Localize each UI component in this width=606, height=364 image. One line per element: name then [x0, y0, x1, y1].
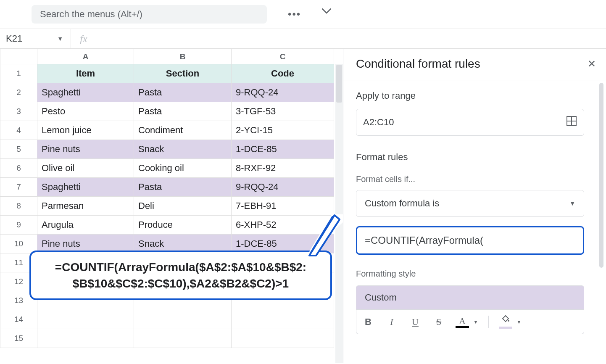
header-cell-item[interactable]: Item	[37, 64, 134, 83]
formula-value: =COUNTIF(ArrayFormula(	[365, 235, 483, 246]
cell[interactable]: Arugula	[37, 216, 134, 235]
cell[interactable]: 9-RQQ-24	[232, 178, 334, 197]
style-toolbar: B I U S A ▼ ▼	[356, 310, 584, 334]
style-preview[interactable]: Custom	[356, 285, 584, 310]
name-box[interactable]: K21 ▼	[0, 33, 71, 44]
column-header-C[interactable]: C	[232, 49, 334, 64]
cell[interactable]: Deli	[134, 197, 232, 216]
row-header[interactable]: 2	[0, 83, 37, 102]
cell[interactable]: Produce	[134, 216, 232, 235]
bold-button[interactable]: B	[361, 317, 375, 327]
cell[interactable]: Pasta	[134, 102, 232, 121]
cell[interactable]	[134, 329, 232, 348]
row-header[interactable]: 9	[0, 216, 37, 235]
sidebar-scrollbar[interactable]	[597, 81, 606, 363]
row-header[interactable]: 4	[0, 121, 37, 140]
name-box-value: K21	[6, 33, 22, 44]
cell[interactable]: 1-DCE-85	[232, 140, 334, 159]
row-header[interactable]: 8	[0, 197, 37, 216]
header-cell-code[interactable]: Code	[232, 64, 334, 83]
menu-search[interactable]: Search the menus (Alt+/)	[32, 5, 267, 24]
format-cells-if-label: Format cells if...	[356, 174, 584, 184]
close-icon[interactable]: ✕	[588, 58, 596, 70]
cell[interactable]: 7-EBH-91	[232, 197, 334, 216]
svg-marker-1	[309, 215, 340, 256]
fx-icon: fx	[71, 33, 96, 45]
select-all-cell[interactable]	[0, 49, 37, 64]
text-color-button[interactable]: A	[456, 316, 469, 328]
cell[interactable]: 9-RQQ-24	[232, 83, 334, 102]
cell[interactable]: Condiment	[134, 121, 232, 140]
scrollbar-thumb[interactable]	[599, 83, 603, 268]
column-header-B[interactable]: B	[134, 49, 232, 64]
scrollbar-thumb[interactable]	[336, 65, 342, 103]
row-header[interactable]: 6	[0, 159, 37, 178]
cell[interactable]: Spaghetti	[37, 83, 134, 102]
more-icon[interactable]: •••	[288, 8, 301, 20]
row-header[interactable]: 5	[0, 140, 37, 159]
callout-line2: $B$10&$C$2:$C$10),$A2&$B2&$C2)>1	[39, 275, 323, 292]
cell[interactable]: 3-TGF-53	[232, 102, 334, 121]
toolbar: Search the menus (Alt+/) •••	[0, 0, 606, 29]
formula-bar-row: K21 ▼ fx	[0, 29, 606, 49]
cell[interactable]: 2-YCI-15	[232, 121, 334, 140]
callout-line1: =COUNTIF(ArrayFormula($A$2:$A$10&$B$2:	[39, 259, 323, 275]
column-header-A[interactable]: A	[37, 49, 134, 64]
conditional-format-sidebar: Conditional format rules ✕ Apply to rang…	[343, 49, 606, 363]
callout-pointer	[308, 214, 343, 260]
chevron-down-icon[interactable]: ▼	[473, 319, 478, 325]
formula-callout: =COUNTIF(ArrayFormula($A$2:$A$10&$B$2: $…	[29, 251, 332, 300]
custom-formula-input[interactable]: =COUNTIF(ArrayFormula(	[356, 226, 584, 255]
cell[interactable]: Spaghetti	[37, 178, 134, 197]
cell[interactable]: Pesto	[37, 102, 134, 121]
cell[interactable]	[37, 310, 134, 329]
row-header[interactable]: 7	[0, 178, 37, 197]
separator	[488, 316, 489, 328]
cell[interactable]: Snack	[134, 140, 232, 159]
cell[interactable]: Pine nuts	[37, 140, 134, 159]
cell[interactable]: Parmesan	[37, 197, 134, 216]
cell[interactable]	[37, 329, 134, 348]
apply-to-range-label: Apply to range	[356, 90, 584, 101]
cell[interactable]: Lemon juice	[37, 121, 134, 140]
formula-bar-input[interactable]	[96, 29, 606, 48]
sidebar-title: Conditional format rules	[356, 57, 480, 71]
search-placeholder: Search the menus (Alt+/)	[40, 9, 142, 20]
chevron-down-icon[interactable]: ▼	[516, 319, 522, 325]
row-header[interactable]: 3	[0, 102, 37, 121]
cell[interactable]: Cooking oil	[134, 159, 232, 178]
cell[interactable]: Olive oil	[37, 159, 134, 178]
row-header[interactable]: 14	[0, 310, 37, 329]
cell[interactable]	[134, 310, 232, 329]
strikethrough-button[interactable]: S	[432, 317, 445, 327]
chevron-down-icon: ▼	[569, 200, 575, 207]
condition-select[interactable]: Custom formula is ▼	[356, 190, 584, 217]
italic-button[interactable]: I	[385, 317, 398, 327]
cell[interactable]	[232, 329, 334, 348]
chevron-down-icon[interactable]	[322, 8, 331, 20]
row-header[interactable]: 15	[0, 329, 37, 348]
chevron-down-icon[interactable]: ▼	[57, 35, 63, 42]
spreadsheet-grid[interactable]: ABC1ItemSectionCode2SpaghettiPasta9-RQQ-…	[0, 49, 343, 363]
cell[interactable]: Pasta	[134, 178, 232, 197]
condition-value: Custom formula is	[365, 198, 439, 209]
style-name: Custom	[365, 292, 397, 303]
select-range-icon[interactable]	[566, 116, 577, 129]
svg-point-5	[508, 320, 509, 322]
fill-color-button[interactable]	[499, 315, 512, 329]
cell[interactable]	[232, 310, 334, 329]
format-rules-label: Format rules	[356, 152, 584, 163]
range-value: A2:C10	[363, 117, 394, 128]
underline-button[interactable]: U	[408, 317, 422, 327]
formatting-style-label: Formatting style	[356, 269, 584, 279]
apply-range-input[interactable]: A2:C10	[356, 109, 584, 136]
row-header[interactable]: 1	[0, 64, 37, 83]
header-cell-section[interactable]: Section	[134, 64, 232, 83]
cell[interactable]: 8-RXF-92	[232, 159, 334, 178]
cell[interactable]: Pasta	[134, 83, 232, 102]
row-header[interactable]: 10	[0, 235, 37, 253]
